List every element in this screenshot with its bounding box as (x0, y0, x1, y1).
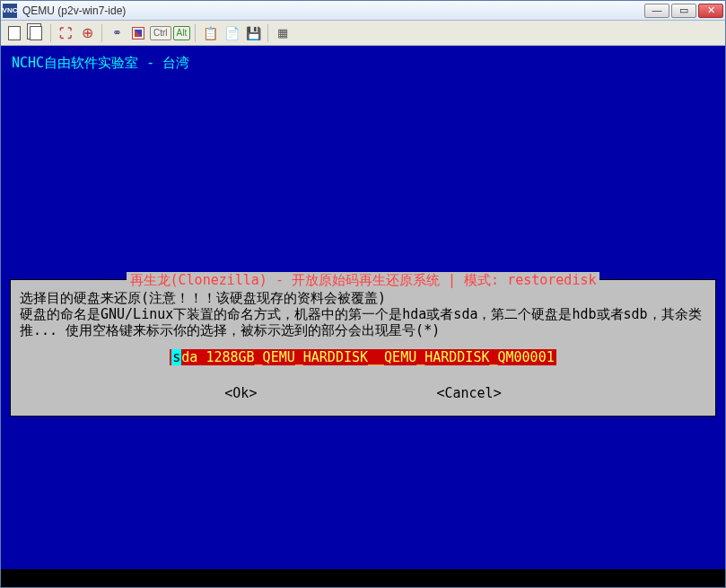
dialog-line1: 选择目的硬盘来还原(注意！！！该硬盘现存的资料会被覆盖) (20, 290, 706, 306)
minimize-button[interactable]: — (644, 4, 669, 18)
disk-item-sda[interactable]: sda 1288GB_QEMU_HARDDISK__QEMU_HARDDISK_… (170, 349, 555, 365)
save-icon[interactable]: 💾 (243, 23, 263, 43)
clipboard-icon[interactable]: 📋 (200, 23, 220, 43)
separator (101, 24, 102, 42)
disk-label: da 1288GB_QEMU_HARDDISK__QEMU_HARDDISK_Q… (181, 349, 554, 365)
qemu-window: VNC QEMU (p2v-win7-ide) — ▭ ✕ ⛶ ⚭ Ctrl A… (0, 0, 726, 588)
window-title: QEMU (p2v-win7-ide) (22, 4, 644, 17)
screen-bottom-bar (1, 569, 725, 587)
dialog-title: 再生龙(Clonezilla) - 开放原始码再生还原系统 | 模式: rest… (127, 272, 600, 289)
color-icon[interactable] (128, 23, 148, 43)
link-icon[interactable]: ⚭ (107, 23, 127, 43)
maximize-button[interactable]: ▭ (671, 4, 696, 18)
separator (50, 24, 51, 42)
new-conn-icon[interactable] (4, 23, 24, 43)
separator (267, 24, 268, 42)
ctrl-key-button[interactable]: Ctrl (150, 26, 171, 40)
disk-list: sda 1288GB_QEMU_HARDDISK__QEMU_HARDDISK_… (20, 349, 706, 365)
cancel-button[interactable]: <Cancel> (436, 385, 501, 401)
target-icon[interactable] (77, 23, 97, 43)
fullscreen-icon[interactable]: ⛶ (56, 23, 75, 43)
dialog-body: 选择目的硬盘来还原(注意！！！该硬盘现存的资料会被覆盖) 硬盘的命名是GNU/L… (11, 288, 715, 416)
ok-button[interactable]: <Ok> (224, 385, 257, 401)
titlebar: VNC QEMU (p2v-win7-ide) — ▭ ✕ (1, 1, 725, 21)
nchc-header: NCHC自由软件实验室 - 台湾 (10, 55, 716, 72)
settings-icon[interactable]: ▦ (273, 23, 293, 43)
dialog-buttons: <Ok> <Cancel> (20, 382, 706, 410)
clonezilla-dialog: 再生龙(Clonezilla) - 开放原始码再生还原系统 | 模式: rest… (10, 279, 716, 417)
disk-cursor: s (171, 349, 181, 365)
toolbar: ⛶ ⚭ Ctrl Alt 📋 📄 💾 ▦ (1, 21, 725, 46)
close-button[interactable]: ✕ (698, 4, 723, 18)
dialog-title-row: 再生龙(Clonezilla) - 开放原始码再生还原系统 | 模式: rest… (11, 272, 715, 288)
dialog-line2: 硬盘的命名是GNU/Linux下装置的命名方式，机器中的第一个是hda或者sda… (20, 306, 706, 338)
alt-key-button[interactable]: Alt (173, 26, 191, 40)
clipboard2-icon[interactable]: 📄 (222, 23, 241, 43)
vm-screen[interactable]: NCHC自由软件实验室 - 台湾 再生龙(Clonezilla) - 开放原始码… (1, 46, 725, 587)
save-conn-icon[interactable] (26, 23, 46, 43)
app-icon: VNC (3, 4, 17, 18)
window-controls: — ▭ ✕ (644, 4, 723, 18)
separator (195, 24, 196, 42)
